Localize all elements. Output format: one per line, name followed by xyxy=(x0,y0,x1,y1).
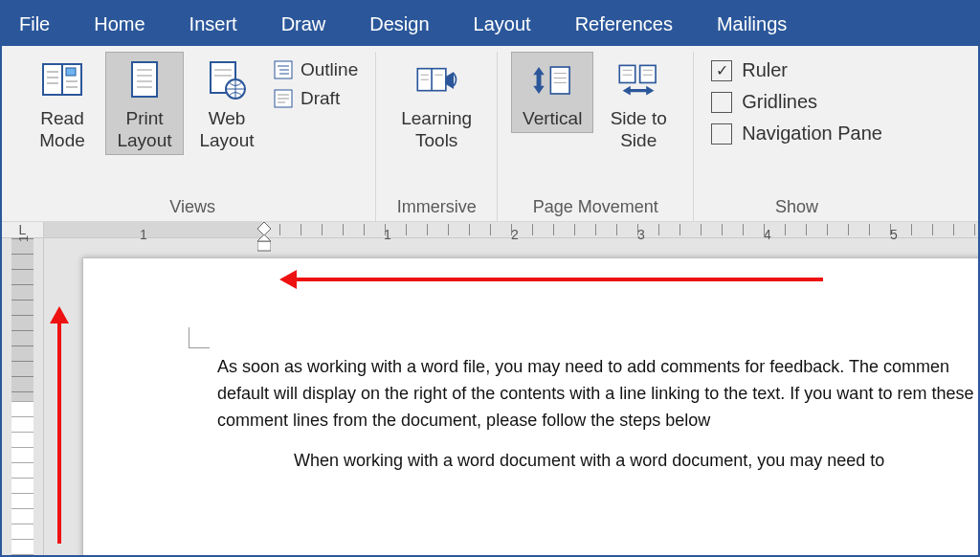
ribbon-tab-strip: File Home Insert Draw Design Layout Refe… xyxy=(2,2,978,46)
side-to-side-button[interactable]: Side to Side xyxy=(597,52,679,155)
ruler-checkbox[interactable]: ✓ Ruler xyxy=(711,59,882,81)
document-body-text: As soon as working with a word file, you… xyxy=(217,354,978,475)
tab-insert[interactable]: Insert xyxy=(180,8,247,41)
vertical-icon xyxy=(530,58,574,102)
document-area: L 1 1 2 3 4 5 1 xyxy=(2,222,978,555)
draft-icon xyxy=(274,89,293,108)
gridlines-checkbox[interactable]: Gridlines xyxy=(711,91,882,113)
svg-rect-30 xyxy=(551,67,570,94)
read-mode-button[interactable]: Read Mode xyxy=(23,52,101,155)
tab-design[interactable]: Design xyxy=(360,8,438,41)
side-to-side-label: Side to Side xyxy=(600,108,677,152)
ruler-label: Ruler xyxy=(742,59,788,81)
horizontal-ruler-wrap: L 1 1 2 3 4 5 xyxy=(2,222,978,238)
vertical-ruler[interactable]: 1 xyxy=(2,238,44,557)
read-mode-label: Read Mode xyxy=(26,108,99,152)
checkbox-empty-icon xyxy=(711,123,732,145)
ruler-left-margin xyxy=(44,222,264,237)
group-immersive: Learning Tools Immersive xyxy=(376,52,498,221)
ruler-v-body xyxy=(11,401,33,557)
tab-references[interactable]: References xyxy=(566,8,682,41)
navigation-pane-label: Navigation Pane xyxy=(742,123,882,145)
document-row: 1 As soon as working with a word file, y… xyxy=(2,238,978,557)
group-views-label: Views xyxy=(169,195,215,221)
learning-tools-button[interactable]: Learning Tools xyxy=(390,52,483,155)
paragraph[interactable]: As soon as working with a word file, you… xyxy=(217,354,978,434)
vertical-label: Vertical xyxy=(523,108,582,130)
svg-rect-34 xyxy=(619,65,635,82)
web-layout-button[interactable]: Web Layout xyxy=(188,52,266,155)
learning-tools-icon xyxy=(414,58,458,102)
show-check-list: ✓ Ruler Gridlines Navigation Pane xyxy=(707,52,886,152)
group-show-label: Show xyxy=(775,195,818,221)
outline-button[interactable]: Outline xyxy=(274,59,358,80)
annotation-arrow-horizontal xyxy=(287,278,823,281)
checkbox-checked-icon: ✓ xyxy=(711,60,732,81)
paper-area: As soon as working with a word file, you… xyxy=(44,238,978,557)
tab-layout[interactable]: Layout xyxy=(464,8,541,41)
views-mini-list: Outline Draft xyxy=(270,52,362,117)
group-immersive-label: Immersive xyxy=(397,195,477,221)
draft-label: Draft xyxy=(301,88,340,109)
print-layout-icon xyxy=(122,58,167,102)
vertical-button[interactable]: Vertical xyxy=(511,52,593,133)
gridlines-label: Gridlines xyxy=(742,91,817,113)
print-layout-button[interactable]: Print Layout xyxy=(105,52,184,155)
side-to-side-icon xyxy=(616,58,660,102)
ruler-v-num: 1 xyxy=(16,235,31,242)
learning-tools-label: Learning Tools xyxy=(392,108,480,152)
outline-icon xyxy=(274,60,293,79)
read-mode-icon xyxy=(40,58,84,102)
svg-marker-40 xyxy=(257,222,271,235)
outline-label: Outline xyxy=(301,59,358,80)
tab-mailings[interactable]: Mailings xyxy=(707,8,796,41)
margin-crop-mark-icon xyxy=(189,327,210,348)
svg-rect-2 xyxy=(66,68,76,76)
tab-home[interactable]: Home xyxy=(84,8,154,41)
svg-rect-8 xyxy=(132,62,157,97)
ribbon: Read Mode Print Layout xyxy=(2,46,978,222)
checkbox-empty-icon xyxy=(711,92,732,113)
draft-button[interactable]: Draft xyxy=(274,88,358,109)
group-views: Read Mode Print Layout xyxy=(10,52,376,221)
ruler-top-margin: 1 xyxy=(11,238,33,401)
svg-rect-35 xyxy=(640,65,656,82)
print-layout-label: Print Layout xyxy=(108,108,181,152)
document-page[interactable]: As soon as working with a word file, you… xyxy=(82,257,978,557)
navigation-pane-checkbox[interactable]: Navigation Pane xyxy=(711,123,882,145)
tab-draw[interactable]: Draw xyxy=(272,8,336,41)
group-page-movement-label: Page Movement xyxy=(533,195,658,221)
group-show: ✓ Ruler Gridlines Navigation Pane Show xyxy=(694,52,900,221)
annotation-arrow-vertical xyxy=(57,314,61,544)
web-layout-label: Web Layout xyxy=(190,108,263,152)
group-page-movement: Vertical Side to Side Page Mov xyxy=(498,52,694,221)
web-layout-icon xyxy=(205,58,249,102)
tab-file[interactable]: File xyxy=(10,8,59,41)
paragraph[interactable]: When working with a word document with a… xyxy=(217,448,978,475)
horizontal-ruler[interactable]: 1 1 2 3 4 5 xyxy=(44,222,978,237)
